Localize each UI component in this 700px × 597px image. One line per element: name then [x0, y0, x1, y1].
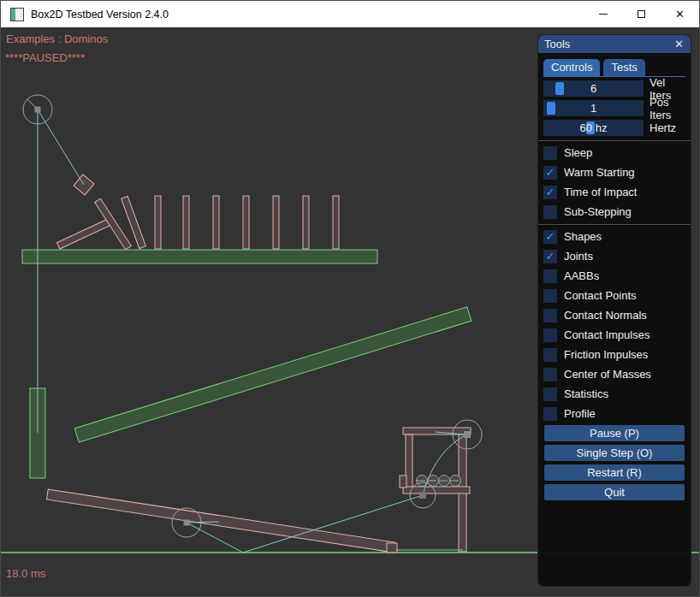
check-icon: ✓ — [546, 186, 555, 198]
checkbox-shapes[interactable]: ✓ Shapes — [543, 228, 685, 245]
checkbox-box[interactable] — [543, 368, 557, 381]
checkbox-box[interactable] — [543, 205, 557, 219]
checkbox-statistics[interactable]: Statistics — [543, 386, 685, 402]
paused-label: ****PAUSED**** — [5, 51, 85, 64]
domino[interactable] — [333, 196, 339, 249]
restart-button[interactable]: Restart (R) — [544, 464, 685, 481]
hertz-slider[interactable]: 60 hz — [543, 120, 644, 136]
tools-panel-titlebar[interactable]: Tools ✕ — [538, 35, 691, 53]
maximize-icon — [638, 10, 645, 18]
tab-controls[interactable]: Controls — [543, 59, 600, 76]
checkbox-box[interactable] — [543, 407, 557, 421]
domino-fallen[interactable] — [56, 218, 112, 249]
canvas-area: Examples : Dominos ****PAUSED**** 18.0 m… — [1, 27, 700, 597]
domino[interactable] — [155, 196, 161, 249]
checkbox-sub-stepping[interactable]: Sub-Stepping — [543, 204, 685, 220]
checkbox-box[interactable]: ✓ — [543, 250, 557, 263]
single-step-button[interactable]: Single Step (O) — [544, 445, 685, 461]
domino[interactable] — [243, 196, 249, 249]
checkbox-box[interactable] — [543, 289, 557, 303]
checkbox-contact-points[interactable]: Contact Points — [543, 287, 685, 304]
minimize-button[interactable] — [584, 1, 622, 27]
checkbox-joints[interactable]: ✓ Joints — [543, 248, 685, 264]
pos-iters-slider[interactable]: 1 — [543, 100, 644, 116]
frame-time-label: 18.0 ms — [6, 567, 45, 580]
hertz-label: Hertz — [650, 121, 676, 134]
tab-tests[interactable]: Tests — [603, 59, 644, 76]
domino[interactable] — [213, 196, 219, 249]
checkbox-box[interactable] — [543, 328, 557, 342]
check-icon: ✓ — [546, 231, 555, 242]
close-button[interactable]: ✕ — [661, 1, 699, 27]
checkbox-friction-impulses[interactable]: Friction Impulses — [543, 346, 685, 363]
ramp-static — [74, 307, 472, 442]
small-ground-box[interactable] — [387, 543, 397, 553]
minimize-icon — [599, 14, 608, 15]
frame-structure[interactable] — [400, 428, 471, 552]
tools-panel-title: Tools — [544, 38, 570, 50]
separator — [538, 140, 691, 141]
tab-bar: Controls Tests — [543, 59, 685, 77]
tools-close-button[interactable]: ✕ — [674, 38, 684, 50]
checkbox-aabbs[interactable]: AABBs — [543, 268, 685, 284]
checkbox-box[interactable] — [543, 387, 557, 401]
checkbox-box[interactable]: ✓ — [543, 186, 557, 199]
checkbox-warm-starting[interactable]: ✓ Warm Starting — [543, 164, 685, 180]
checkbox-profile[interactable]: Profile — [543, 405, 685, 422]
checkbox-contact-impulses[interactable]: Contact Impulses — [543, 327, 685, 343]
quit-button[interactable]: Quit — [544, 484, 685, 500]
platform-static — [22, 250, 377, 263]
check-icon: ✓ — [546, 251, 555, 262]
checkbox-time-of-impact[interactable]: ✓ Time of Impact — [543, 184, 685, 200]
checkbox-box[interactable] — [543, 146, 557, 160]
app-icon — [10, 8, 24, 21]
checkbox-box[interactable] — [543, 269, 557, 283]
checkbox-box[interactable]: ✓ — [543, 166, 557, 180]
pause-button[interactable]: Pause (P) — [544, 425, 685, 441]
domino[interactable] — [303, 196, 309, 249]
checkbox-center-of-masses[interactable]: Center of Masses — [543, 366, 685, 382]
app-window: Box2D Testbed Version 2.4.0 ✕ — [0, 0, 700, 597]
pos-iters-label: Pos Iters — [650, 96, 685, 121]
maximize-button[interactable] — [622, 1, 661, 27]
vel-iters-slider[interactable]: 6 — [543, 80, 644, 97]
checkbox-sleep[interactable]: Sleep — [543, 145, 685, 161]
balls-group[interactable] — [417, 476, 461, 487]
check-icon: ✓ — [546, 167, 555, 178]
checkbox-box[interactable] — [543, 309, 557, 322]
tools-panel: Tools ✕ Controls Tests 6 Vel Iters 1 P — [538, 35, 691, 586]
checkbox-box[interactable] — [543, 348, 557, 362]
window-title: Box2D Testbed Version 2.4.0 — [31, 9, 169, 21]
checkbox-box[interactable]: ✓ — [543, 230, 557, 244]
domino[interactable] — [273, 196, 279, 249]
separator — [538, 224, 691, 225]
domino[interactable] — [183, 196, 189, 249]
example-label: Examples : Dominos — [6, 33, 108, 45]
checkbox-contact-normals[interactable]: Contact Normals — [543, 307, 685, 323]
os-titlebar[interactable]: Box2D Testbed Version 2.4.0 ✕ — [1, 1, 699, 27]
close-icon: ✕ — [675, 8, 685, 21]
